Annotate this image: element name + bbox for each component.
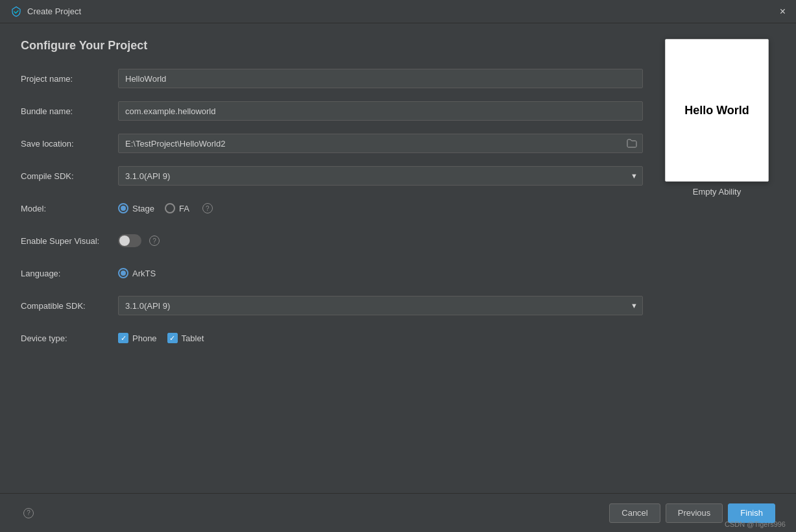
preview-card: Hello World — [665, 39, 769, 182]
footer-help-icon[interactable]: ? — [23, 508, 34, 518]
bundle-name-input[interactable] — [118, 101, 643, 121]
device-tablet-checkbox[interactable]: ✓ — [167, 333, 178, 343]
model-label: Model: — [21, 204, 118, 213]
dialog-footer: ? Cancel Previous Finish — [0, 493, 796, 532]
language-arkts-radio[interactable] — [118, 268, 128, 278]
model-row: Model: Stage FA ? — [21, 198, 643, 219]
device-type-label: Device type: — [21, 333, 118, 343]
device-tablet-label: Tablet — [182, 333, 204, 343]
project-name-label: Project name: — [21, 74, 118, 84]
compatible-sdk-row: Compatible SDK: 3.1.0(API 9) 3.0.0(API 8… — [21, 295, 643, 316]
close-button[interactable]: × — [780, 6, 786, 17]
model-fa-label: FA — [179, 204, 189, 213]
bundle-name-label: Bundle name: — [21, 106, 118, 116]
preview-template-label: Empty Ability — [693, 187, 741, 197]
compatible-sdk-label: Compatible SDK: — [21, 301, 118, 311]
language-arkts-option[interactable]: ArkTS — [118, 268, 156, 278]
save-location-wrapper — [118, 134, 643, 153]
compile-sdk-row: Compile SDK: 3.1.0(API 9) 3.0.0(API 8) 2… — [21, 165, 643, 186]
super-visual-help-icon[interactable]: ? — [149, 236, 160, 246]
compatible-sdk-select[interactable]: 3.1.0(API 9) 3.0.0(API 8) 2.9.0(API 7) — [118, 296, 643, 315]
form-section: Configure Your Project Project name: Bun… — [21, 39, 643, 493]
language-radio-group: ArkTS — [118, 268, 156, 278]
preview-section: Hello World Empty Ability — [658, 39, 775, 493]
save-location-input[interactable] — [125, 139, 624, 149]
model-fa-radio[interactable] — [165, 203, 175, 213]
compile-sdk-label: Compile SDK: — [21, 171, 118, 181]
device-type-checkbox-group: ✓ Phone ✓ Tablet — [118, 333, 204, 343]
super-visual-row: Enable Super Visual: ? — [21, 230, 643, 251]
language-row: Language: ArkTS — [21, 263, 643, 284]
bundle-name-row: Bundle name: — [21, 101, 643, 121]
model-stage-radio[interactable] — [118, 203, 128, 213]
save-location-label: Save location: — [21, 139, 118, 149]
browse-button[interactable] — [624, 136, 640, 151]
device-tablet-option[interactable]: ✓ Tablet — [167, 333, 204, 343]
super-visual-label: Enable Super Visual: — [21, 236, 118, 246]
save-location-row: Save location: — [21, 133, 643, 154]
model-radio-group: Stage FA ? — [118, 203, 213, 213]
compile-sdk-select[interactable]: 3.1.0(API 9) 3.0.0(API 8) 2.9.0(API 7) — [118, 166, 643, 186]
model-stage-option[interactable]: Stage — [118, 203, 154, 213]
dialog-body: Configure Your Project Project name: Bun… — [0, 23, 796, 493]
model-stage-label: Stage — [132, 204, 154, 213]
deveco-icon — [10, 6, 22, 18]
super-visual-toggle-wrapper: ? — [118, 234, 160, 247]
super-visual-toggle[interactable] — [118, 234, 141, 247]
project-name-row: Project name: — [21, 68, 643, 89]
folder-icon — [627, 139, 637, 148]
language-label: Language: — [21, 269, 118, 278]
cancel-button[interactable]: Cancel — [609, 503, 660, 523]
model-help-icon[interactable]: ? — [202, 203, 213, 213]
device-phone-option[interactable]: ✓ Phone — [118, 333, 157, 343]
preview-hello-world-text: Hello World — [684, 104, 749, 117]
toggle-knob — [119, 236, 130, 246]
watermark: CSDN @Tigers996 — [725, 520, 786, 528]
footer-right: Cancel Previous Finish — [609, 503, 775, 523]
project-name-input[interactable] — [118, 69, 643, 88]
compatible-sdk-select-wrapper: 3.1.0(API 9) 3.0.0(API 8) 2.9.0(API 7) ▼ — [118, 296, 643, 315]
previous-button[interactable]: Previous — [666, 503, 723, 523]
title-bar-left: Create Project — [10, 6, 81, 18]
finish-button[interactable]: Finish — [728, 503, 775, 523]
device-phone-checkbox[interactable]: ✓ — [118, 333, 128, 343]
dialog-heading: Configure Your Project — [21, 39, 643, 53]
title-bar-title: Create Project — [27, 6, 81, 16]
title-bar: Create Project × — [0, 0, 796, 23]
compile-sdk-select-wrapper: 3.1.0(API 9) 3.0.0(API 8) 2.9.0(API 7) ▼ — [118, 166, 643, 186]
device-type-row: Device type: ✓ Phone ✓ Tablet — [21, 328, 643, 348]
device-phone-label: Phone — [132, 333, 157, 343]
model-fa-option[interactable]: FA — [165, 203, 189, 213]
language-arkts-label: ArkTS — [132, 269, 156, 278]
footer-left: ? — [21, 508, 34, 518]
